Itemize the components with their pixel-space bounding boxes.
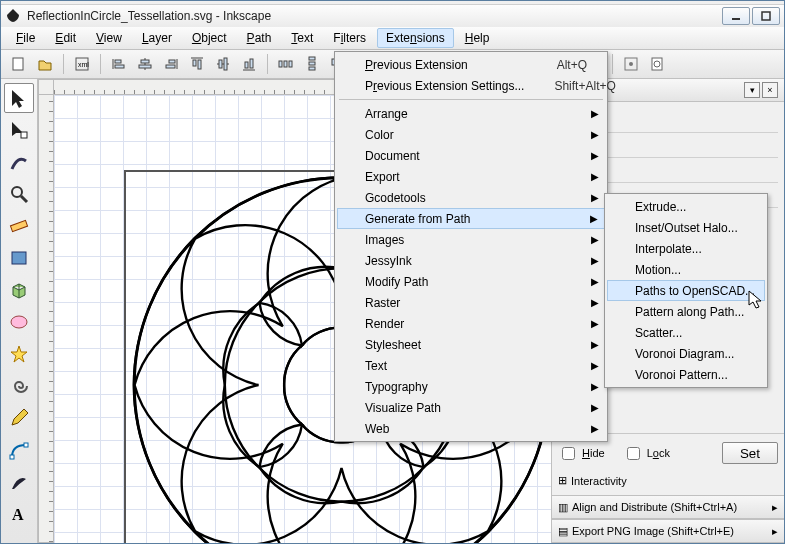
menu-layer[interactable]: Layer bbox=[133, 28, 181, 48]
ext-visualize-path[interactable]: Visualize Path▶ bbox=[337, 397, 605, 418]
menu-filters[interactable]: Filters bbox=[324, 28, 375, 48]
export-panel-header[interactable]: ▤ Export PNG Image (Shift+Ctrl+E) ▸ bbox=[552, 519, 784, 543]
tb-align-left-icon[interactable] bbox=[107, 52, 131, 76]
ext-raster[interactable]: Raster▶ bbox=[337, 292, 605, 313]
hide-checkbox[interactable]: Hide bbox=[558, 444, 605, 463]
sub-interpolate-[interactable]: Interpolate... bbox=[607, 238, 765, 259]
svg-line-38 bbox=[21, 196, 27, 202]
ext-web[interactable]: Web▶ bbox=[337, 418, 605, 439]
tb-new-icon[interactable] bbox=[7, 52, 31, 76]
svg-rect-13 bbox=[166, 65, 175, 68]
align-label: Align and Distribute (Shift+Ctrl+A) bbox=[572, 501, 737, 513]
ext-previous-extension[interactable]: Previous ExtensionAlt+Q bbox=[337, 54, 605, 75]
tb-xml-icon[interactable]: xml bbox=[70, 52, 94, 76]
menubar[interactable]: FileEditViewLayerObjectPathTextFiltersEx… bbox=[1, 27, 784, 50]
panel-expand-icon[interactable]: ▸ bbox=[772, 525, 778, 538]
maximize-button[interactable] bbox=[752, 7, 780, 25]
selector-tool[interactable] bbox=[4, 83, 34, 113]
tb-align-center-h-icon[interactable] bbox=[133, 52, 157, 76]
svg-rect-1 bbox=[762, 12, 770, 20]
tb-doc-props-icon[interactable] bbox=[645, 52, 669, 76]
interactivity-group[interactable]: ⊞ Interactivity bbox=[552, 470, 784, 495]
ext-previous-extension-settings-[interactable]: Previous Extension Settings...Shift+Alt+… bbox=[337, 75, 605, 96]
generate-from-path-submenu[interactable]: Extrude...Inset/Outset Halo...Interpolat… bbox=[604, 193, 768, 388]
star-tool[interactable] bbox=[4, 339, 34, 369]
minimize-button[interactable] bbox=[722, 7, 750, 25]
ext-jessyink[interactable]: JessyInk▶ bbox=[337, 250, 605, 271]
zoom-tool[interactable] bbox=[4, 179, 34, 209]
svg-rect-6 bbox=[115, 60, 121, 63]
tweak-tool[interactable] bbox=[4, 147, 34, 177]
menu-path[interactable]: Path bbox=[238, 28, 281, 48]
menu-object[interactable]: Object bbox=[183, 28, 236, 48]
ext-document[interactable]: Document▶ bbox=[337, 145, 605, 166]
lock-checkbox[interactable]: Lock bbox=[623, 444, 670, 463]
menu-extensions[interactable]: Extensions bbox=[377, 28, 454, 48]
svg-rect-23 bbox=[279, 61, 282, 67]
ext-text[interactable]: Text▶ bbox=[337, 355, 605, 376]
menu-view[interactable]: View bbox=[87, 28, 131, 48]
svg-rect-16 bbox=[198, 60, 201, 69]
align-panel-header[interactable]: ▥ Align and Distribute (Shift+Ctrl+A) ▸ bbox=[552, 495, 784, 519]
tb-align-right-icon[interactable] bbox=[159, 52, 183, 76]
tb-snap-icon[interactable] bbox=[619, 52, 643, 76]
set-button[interactable]: Set bbox=[722, 442, 778, 464]
svg-rect-19 bbox=[224, 58, 227, 70]
sub-motion-[interactable]: Motion... bbox=[607, 259, 765, 280]
menu-edit[interactable]: Edit bbox=[46, 28, 85, 48]
sub-paths-to-openscad-[interactable]: Paths to OpenSCAD... bbox=[607, 280, 765, 301]
ext-color[interactable]: Color▶ bbox=[337, 124, 605, 145]
text-tool[interactable]: A bbox=[4, 499, 34, 529]
ext-modify-path[interactable]: Modify Path▶ bbox=[337, 271, 605, 292]
tb-align-center-v-icon[interactable] bbox=[211, 52, 235, 76]
svg-rect-10 bbox=[139, 65, 151, 68]
sub-inset-outset-halo-[interactable]: Inset/Outset Halo... bbox=[607, 217, 765, 238]
ext-arrange[interactable]: Arrange▶ bbox=[337, 103, 605, 124]
svg-rect-26 bbox=[309, 57, 315, 60]
ext-export[interactable]: Export▶ bbox=[337, 166, 605, 187]
sub-scatter-[interactable]: Scatter... bbox=[607, 322, 765, 343]
panel-minimize-icon[interactable]: ▾ bbox=[744, 82, 760, 98]
tb-open-icon[interactable] bbox=[33, 52, 57, 76]
3dbox-tool[interactable] bbox=[4, 275, 34, 305]
ruler-vertical[interactable] bbox=[38, 95, 54, 543]
sub-voronoi-diagram-[interactable]: Voronoi Diagram... bbox=[607, 343, 765, 364]
measure-tool[interactable] bbox=[4, 211, 34, 241]
ellipse-tool[interactable] bbox=[4, 307, 34, 337]
panel-close-icon[interactable]: × bbox=[762, 82, 778, 98]
bezier-tool[interactable] bbox=[4, 435, 34, 465]
ext-generate-from-path[interactable]: Generate from Path▶ bbox=[337, 208, 605, 229]
window-controls bbox=[722, 7, 780, 25]
ext-render[interactable]: Render▶ bbox=[337, 313, 605, 334]
panel-expand-icon[interactable]: ▸ bbox=[772, 501, 778, 514]
node-tool[interactable] bbox=[4, 115, 34, 145]
ext-gcodetools[interactable]: Gcodetools▶ bbox=[337, 187, 605, 208]
svg-rect-24 bbox=[284, 61, 287, 67]
svg-point-41 bbox=[11, 316, 27, 328]
rect-tool[interactable] bbox=[4, 243, 34, 273]
align-icon: ▥ bbox=[558, 501, 568, 514]
tb-align-top-icon[interactable] bbox=[185, 52, 209, 76]
ext-typography[interactable]: Typography▶ bbox=[337, 376, 605, 397]
pencil-tool[interactable] bbox=[4, 403, 34, 433]
menu-file[interactable]: File bbox=[7, 28, 44, 48]
tb-distribute-h-icon[interactable] bbox=[274, 52, 298, 76]
sub-pattern-along-path-[interactable]: Pattern along Path... bbox=[607, 301, 765, 322]
calligraphy-tool[interactable] bbox=[4, 467, 34, 497]
ext-images[interactable]: Images▶ bbox=[337, 229, 605, 250]
svg-rect-2 bbox=[13, 58, 23, 70]
svg-rect-0 bbox=[732, 18, 740, 20]
tb-align-bottom-icon[interactable] bbox=[237, 52, 261, 76]
inkscape-window: ReflectionInCircle_Tessellation.svg - In… bbox=[0, 0, 785, 544]
app-icon bbox=[5, 8, 21, 24]
sub-voronoi-pattern-[interactable]: Voronoi Pattern... bbox=[607, 364, 765, 385]
expand-icon[interactable]: ⊞ bbox=[558, 474, 567, 487]
menu-text[interactable]: Text bbox=[282, 28, 322, 48]
sub-extrude-[interactable]: Extrude... bbox=[607, 196, 765, 217]
export-icon: ▤ bbox=[558, 525, 568, 538]
extensions-menu[interactable]: Previous ExtensionAlt+QPrevious Extensio… bbox=[334, 51, 608, 442]
ext-stylesheet[interactable]: Stylesheet▶ bbox=[337, 334, 605, 355]
spiral-tool[interactable] bbox=[4, 371, 34, 401]
menu-help[interactable]: Help bbox=[456, 28, 499, 48]
tb-distribute-v-icon[interactable] bbox=[300, 52, 324, 76]
